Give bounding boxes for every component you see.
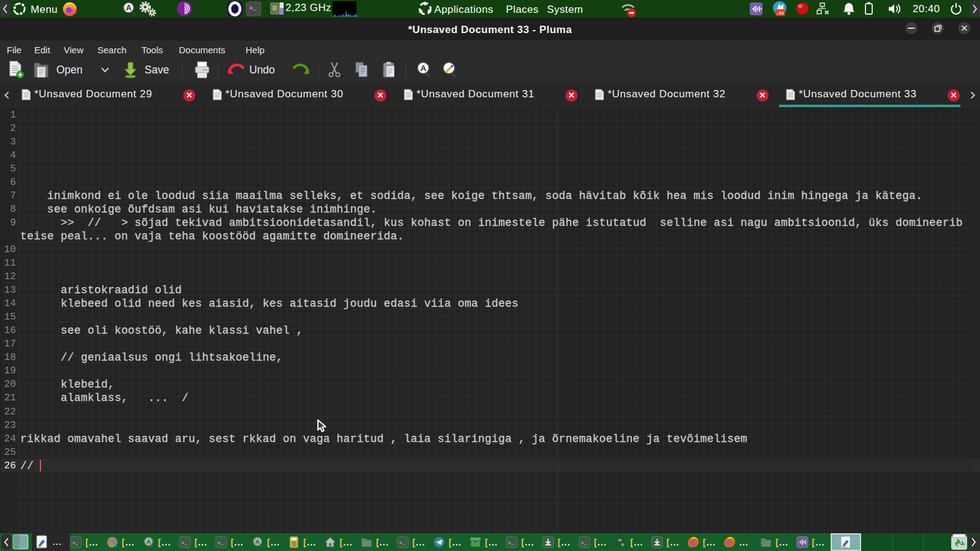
svg-text:>_: >_ — [249, 6, 256, 12]
svg-text:[...: [... — [775, 538, 788, 547]
svg-text:[...: [... — [267, 538, 280, 547]
svg-text:[...: [... — [194, 538, 207, 547]
svg-text:[...: [... — [557, 538, 570, 547]
svg-text:[...: [... — [812, 538, 825, 547]
svg-text:...: ... — [739, 538, 748, 547]
svg-text:[...: [... — [412, 538, 425, 547]
svg-text:[...: [... — [340, 538, 353, 547]
svg-text:[...: [... — [86, 538, 99, 547]
svg-text:[...: [... — [449, 538, 462, 547]
svg-text:A: A — [420, 64, 426, 73]
svg-text:[...: [... — [158, 538, 171, 547]
svg-text:[...: [... — [703, 538, 716, 547]
svg-text:[...: [... — [376, 538, 389, 547]
svg-text:[...: [... — [666, 538, 679, 547]
svg-text:[...: [... — [630, 538, 643, 547]
svg-text:-49: -49 — [777, 10, 784, 16]
svg-text:[...: [... — [521, 538, 534, 547]
svg-text:...: ... — [53, 538, 62, 547]
svg-text:[...: [... — [122, 538, 135, 547]
svg-text:[...: [... — [231, 538, 244, 547]
svg-text:[...: [... — [485, 538, 498, 547]
svg-text:[...: [... — [594, 538, 607, 547]
svg-text:A: A — [126, 4, 132, 12]
svg-text:[...: [... — [303, 538, 316, 547]
